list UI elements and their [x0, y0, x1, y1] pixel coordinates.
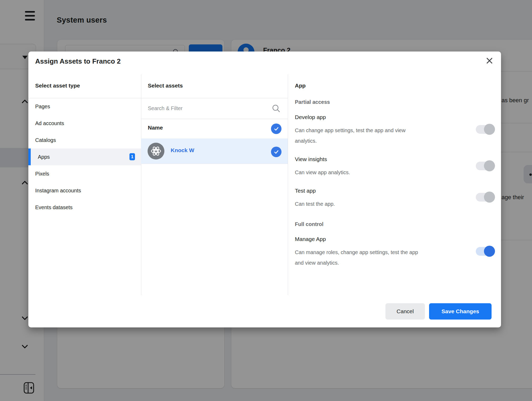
- toggle-develop-app[interactable]: [476, 125, 495, 134]
- asset-type-instagram-accounts[interactable]: Instagram accounts: [28, 182, 141, 199]
- permissions-column-header: App: [295, 83, 306, 89]
- search-filter-input[interactable]: [141, 98, 273, 119]
- cancel-button[interactable]: Cancel: [385, 303, 425, 320]
- close-button[interactable]: [484, 55, 495, 67]
- atom-app-icon: [149, 145, 163, 158]
- asset-type-ad-accounts[interactable]: Ad accounts: [28, 115, 141, 132]
- toggle-knob: [484, 160, 495, 171]
- search-icon[interactable]: [272, 104, 280, 113]
- toggle-test-app[interactable]: [476, 193, 495, 202]
- permission-label-test-app: Test app: [295, 188, 316, 194]
- permission-label-manage-app: Manage App: [295, 236, 326, 242]
- assign-assets-dialog: Assign Assets to Franco 2 Select asset t…: [28, 52, 501, 327]
- check-icon: [273, 126, 279, 132]
- toggle-knob: [484, 246, 495, 257]
- asset-name: Knock W: [171, 147, 194, 153]
- permission-desc: Can view app analytics.: [295, 167, 350, 178]
- name-column-header: Name: [148, 125, 163, 131]
- permission-label-view-insights: View insights: [295, 156, 327, 162]
- permission-label-develop-app: Develop app: [295, 114, 326, 120]
- asset-checkbox-checked[interactable]: [271, 147, 281, 157]
- app-avatar: [148, 143, 164, 160]
- apps-count-badge: 1: [129, 153, 135, 160]
- asset-type-pages[interactable]: Pages: [28, 98, 141, 115]
- save-changes-button[interactable]: Save Changes: [429, 303, 492, 320]
- close-icon: [486, 57, 493, 65]
- toggle-knob: [484, 124, 495, 135]
- dialog-title: Assign Assets to Franco 2: [35, 57, 121, 65]
- asset-row-knock-w[interactable]: Knock W: [141, 138, 288, 164]
- asset-type-column-header: Select asset type: [35, 83, 80, 89]
- assets-list-header-row: Name: [141, 119, 288, 138]
- asset-type-pixels[interactable]: Pixels: [28, 165, 141, 182]
- check-icon: [273, 149, 279, 155]
- row-divider: [141, 164, 288, 164]
- asset-type-events-datasets[interactable]: Events datasets: [28, 199, 141, 216]
- permission-desc: Can test the app.: [295, 199, 335, 209]
- toggle-knob: [484, 192, 495, 203]
- asset-type-catalogs[interactable]: Catalogs: [28, 132, 141, 148]
- toggle-view-insights[interactable]: [476, 162, 495, 170]
- toggle-manage-app[interactable]: [476, 247, 495, 256]
- permission-desc: Can manage roles, change app settings, t…: [295, 247, 418, 268]
- selected-indicator-bar: [28, 148, 31, 165]
- section-heading-partial-access: Partial access: [295, 99, 330, 105]
- permission-desc: Can change app settings, test the app an…: [295, 125, 405, 146]
- select-all-checkbox[interactable]: [271, 124, 281, 134]
- section-heading-full-control: Full control: [295, 221, 324, 227]
- assets-column-header: Select assets: [148, 83, 183, 89]
- asset-type-apps[interactable]: Apps 1: [28, 148, 141, 165]
- column-divider: [288, 74, 288, 295]
- app-root: System users Franco 2 as been gr age the…: [0, 0, 532, 401]
